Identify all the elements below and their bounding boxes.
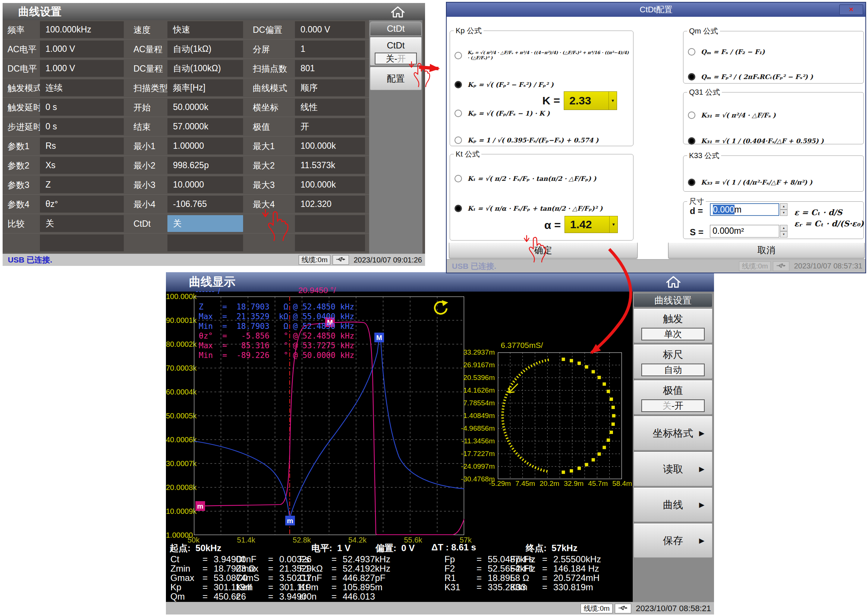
menu-toggle-button[interactable]: 触发 单次 (634, 309, 713, 343)
settings-cell[interactable]: 频率[Hz] (167, 78, 248, 98)
settings-cell[interactable]: Rs (40, 137, 129, 156)
ok-button[interactable]: 确定 (449, 242, 637, 258)
radio-button[interactable] (455, 175, 462, 182)
settings-cell[interactable] (129, 233, 167, 253)
radio-button[interactable] (688, 48, 695, 55)
settings-cell[interactable]: 1.000 V (40, 39, 129, 59)
radio-button[interactable] (455, 52, 462, 59)
settings-cell[interactable] (40, 233, 129, 253)
settings-cell[interactable]: 100.000k (295, 137, 370, 156)
settings-cell[interactable]: 0 s (40, 117, 129, 137)
settings-cell[interactable]: AC电平 (3, 39, 40, 59)
settings-cell[interactable]: 0.000 V (295, 20, 370, 39)
settings-cell[interactable]: 自动(100kΩ) (167, 59, 248, 78)
refresh-icon[interactable] (432, 300, 449, 317)
settings-cell[interactable]: Xs (40, 156, 129, 175)
radio-button[interactable] (688, 179, 695, 186)
settings-cell[interactable]: 最大2 (248, 156, 295, 175)
settings-cell[interactable]: 57.0000k (167, 117, 248, 137)
settings-cell[interactable]: 参数1 (3, 137, 40, 156)
cancel-button[interactable]: 取消 (668, 242, 865, 258)
settings-cell[interactable]: 极值 (248, 117, 295, 137)
settings-cell[interactable]: 102.320 (295, 195, 370, 214)
settings-cell[interactable]: 快速 (167, 20, 248, 39)
settings-cell[interactable]: 扫描类型 (129, 78, 167, 98)
alpha-value-combo[interactable]: 1.42▾ (565, 216, 618, 233)
settings-cell[interactable]: 参数4 (3, 195, 40, 214)
settings-cell[interactable]: 自动(1kΩ) (167, 39, 248, 59)
settings-cell[interactable]: 1.000 V (40, 59, 129, 78)
radio-button[interactable] (455, 205, 462, 212)
settings-cell[interactable]: 11.5373k (295, 156, 370, 175)
settings-cell[interactable]: 线性 (295, 98, 370, 117)
menu-header-curve-settings[interactable]: 曲线设置 (634, 293, 713, 307)
settings-cell[interactable]: 最小3 (129, 175, 167, 195)
home-icon[interactable] (666, 275, 681, 289)
settings-cell[interactable]: 0 s (40, 98, 129, 117)
radio-button[interactable] (455, 137, 462, 144)
menu-action-button[interactable]: 保存 ► (634, 523, 713, 558)
settings-cell[interactable]: DC偏置 (248, 20, 295, 39)
settings-cell[interactable]: Z (40, 175, 129, 195)
settings-cell[interactable]: 最大3 (248, 175, 295, 195)
settings-cell[interactable]: DC电平 (3, 59, 40, 78)
radio-button[interactable] (688, 112, 695, 119)
ctdt-toggle-button[interactable]: CtDt 关-开 (370, 37, 422, 66)
settings-cell[interactable] (295, 214, 370, 233)
settings-cell[interactable]: -106.765 (167, 195, 248, 214)
settings-cell[interactable] (295, 233, 370, 253)
settings-cell[interactable]: 步进延时 (3, 117, 40, 137)
settings-cell[interactable]: 触发模式 (3, 78, 40, 98)
radio-button[interactable] (455, 110, 462, 117)
settings-cell[interactable]: 比较 (3, 214, 40, 233)
menu-tab-ctdt[interactable]: CtDt (370, 22, 422, 36)
settings-cell[interactable]: 扫描点数 (248, 59, 295, 78)
k-value-combo[interactable]: 2.33▾ (564, 91, 617, 110)
ctdt-config-button[interactable]: 配置 (370, 67, 422, 90)
menu-action-button[interactable]: 读取 ► (634, 452, 713, 486)
close-icon[interactable]: × (839, 5, 863, 15)
radio-button[interactable] (455, 81, 462, 88)
settings-cell[interactable]: 速度 (129, 20, 167, 39)
settings-cell[interactable]: 1.00000 (167, 137, 248, 156)
settings-cell[interactable] (3, 233, 40, 253)
settings-cell[interactable]: 参数2 (3, 156, 40, 175)
settings-cell[interactable]: 关 (40, 214, 129, 233)
settings-cell[interactable]: 关 (167, 214, 248, 233)
s-stepper[interactable]: ▲▼ (780, 225, 788, 237)
settings-cell[interactable]: 100.000k (295, 175, 370, 195)
settings-cell[interactable]: 结束 (129, 117, 167, 137)
settings-cell[interactable]: 998.625p (167, 156, 248, 175)
chevron-down-icon[interactable]: ▾ (609, 92, 617, 110)
radio-button[interactable] (688, 73, 695, 80)
settings-cell[interactable]: 最大4 (248, 195, 295, 214)
settings-cell[interactable]: 曲线模式 (248, 78, 295, 98)
menu-toggle-button[interactable]: 标尺 自动 (634, 344, 713, 379)
settings-cell[interactable]: 开 (295, 117, 370, 137)
settings-cell[interactable]: 最小1 (129, 137, 167, 156)
settings-cell[interactable]: 100.000kHz (40, 20, 129, 39)
menu-action-button[interactable]: 坐标格式 ► (634, 416, 713, 451)
settings-cell[interactable]: CtDt (129, 214, 167, 233)
settings-cell[interactable]: 触发延时 (3, 98, 40, 117)
settings-cell[interactable]: 10.0000 (167, 175, 248, 195)
d-stepper[interactable]: ▲▼ (780, 203, 788, 216)
settings-cell[interactable]: 1 (295, 39, 370, 59)
settings-cell[interactable]: 最小2 (129, 156, 167, 175)
settings-cell[interactable]: 最小4 (129, 195, 167, 214)
settings-cell[interactable]: 最大1 (248, 137, 295, 156)
radio-button[interactable] (688, 137, 695, 145)
settings-cell[interactable]: 横坐标 (248, 98, 295, 117)
settings-cell[interactable]: 连续 (40, 78, 129, 98)
settings-cell[interactable] (167, 233, 248, 253)
settings-cell[interactable]: 开始 (129, 98, 167, 117)
menu-action-button[interactable]: 曲线 ► (634, 488, 713, 522)
settings-cell[interactable]: 顺序 (295, 78, 370, 98)
settings-cell[interactable]: AC量程 (129, 39, 167, 59)
settings-cell[interactable]: 分屏 (248, 39, 295, 59)
settings-cell[interactable] (248, 233, 295, 253)
d-input[interactable]: 0.000m (710, 203, 779, 216)
settings-cell[interactable]: 50.0000k (167, 98, 248, 117)
chevron-down-icon[interactable]: ▾ (609, 216, 617, 233)
home-icon[interactable] (390, 6, 405, 18)
